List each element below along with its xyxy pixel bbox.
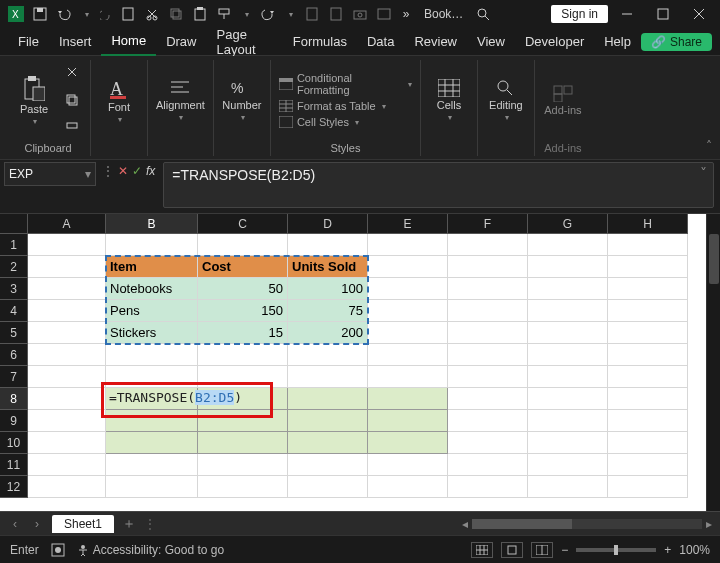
cell[interactable] (106, 366, 198, 388)
view-page-break-icon[interactable] (531, 542, 553, 558)
cell[interactable] (288, 454, 368, 476)
collapse-ribbon-icon[interactable]: ˄ (706, 139, 712, 153)
copy-icon[interactable] (164, 2, 188, 26)
add-sheet-button[interactable]: ＋ (122, 515, 136, 533)
cell[interactable] (608, 410, 688, 432)
hscroll-right-icon[interactable]: ▸ (706, 517, 712, 531)
cell[interactable] (368, 344, 448, 366)
zoom-handle[interactable] (614, 545, 618, 555)
tab-developer[interactable]: Developer (515, 28, 594, 56)
cell[interactable] (28, 278, 106, 300)
cell[interactable] (528, 278, 608, 300)
zoom-slider[interactable] (576, 548, 656, 552)
sign-in-button[interactable]: Sign in (551, 5, 608, 23)
conditional-formatting-button[interactable]: Conditional Formatting▾ (279, 72, 412, 96)
cell[interactable] (608, 234, 688, 256)
tab-page-layout[interactable]: Page Layout (207, 28, 283, 56)
cell[interactable] (448, 410, 528, 432)
cell[interactable] (528, 256, 608, 278)
redo-alt-icon[interactable] (256, 2, 280, 26)
cell[interactable] (608, 432, 688, 454)
qat-doc2-icon[interactable] (324, 2, 348, 26)
copy-ribbon-icon[interactable] (62, 88, 82, 112)
cell[interactable] (608, 278, 688, 300)
cell[interactable] (198, 454, 288, 476)
cell[interactable] (448, 476, 528, 498)
undo-dropdown-icon[interactable]: ▾ (76, 2, 96, 26)
cell[interactable] (608, 388, 688, 410)
cell[interactable] (28, 256, 106, 278)
cell[interactable] (288, 432, 368, 454)
cell[interactable] (368, 278, 448, 300)
tab-view[interactable]: View (467, 28, 515, 56)
tab-formulas[interactable]: Formulas (283, 28, 357, 56)
spreadsheet-grid[interactable]: ABCDEFGH 123456789101112 ItemCostUnits S… (0, 214, 720, 512)
hscroll-left-icon[interactable]: ◂ (462, 517, 468, 531)
cell[interactable] (368, 454, 448, 476)
cell[interactable] (106, 410, 198, 432)
horizontal-scrollbar[interactable]: ◂ ▸ (164, 517, 712, 531)
row-header-11[interactable]: 11 (0, 454, 28, 476)
cell[interactable] (528, 300, 608, 322)
name-box-dropdown-icon[interactable]: ▾ (85, 167, 91, 181)
sheet-nav-prev-icon[interactable]: ‹ (8, 517, 22, 531)
cell[interactable]: 75 (288, 300, 368, 322)
column-headers[interactable]: ABCDEFGH (28, 214, 688, 234)
tab-data[interactable]: Data (357, 28, 404, 56)
macro-record-icon[interactable] (51, 543, 65, 557)
column-header-H[interactable]: H (608, 214, 688, 234)
cell[interactable] (448, 322, 528, 344)
column-header-G[interactable]: G (528, 214, 608, 234)
enter-formula-icon[interactable]: ✓ (132, 164, 142, 178)
share-button[interactable]: 🔗Share (641, 33, 712, 51)
cell[interactable] (198, 410, 288, 432)
cell[interactable] (608, 454, 688, 476)
paste-quick-icon[interactable] (188, 2, 212, 26)
dropdown-dots-icon[interactable]: ⋮ (102, 164, 114, 178)
undo-icon[interactable] (52, 2, 76, 26)
format-painter-ribbon-icon[interactable] (62, 116, 82, 140)
close-button[interactable] (682, 0, 716, 28)
cell[interactable] (28, 388, 106, 410)
cell[interactable] (28, 300, 106, 322)
cell[interactable] (288, 344, 368, 366)
row-header-8[interactable]: 8 (0, 388, 28, 410)
fx-icon[interactable]: fx (146, 164, 155, 178)
cell[interactable] (368, 410, 448, 432)
tab-home[interactable]: Home (101, 28, 156, 56)
cell[interactable]: 50 (198, 278, 288, 300)
vertical-scrollbar[interactable] (706, 214, 720, 511)
cell[interactable] (28, 366, 106, 388)
cell[interactable] (368, 388, 448, 410)
cell[interactable] (198, 234, 288, 256)
column-header-B[interactable]: B (106, 214, 198, 234)
cell[interactable] (368, 256, 448, 278)
format-painter-icon[interactable] (212, 2, 236, 26)
cell[interactable] (106, 344, 198, 366)
cell[interactable] (528, 454, 608, 476)
row-header-4[interactable]: 4 (0, 300, 28, 322)
cell[interactable] (528, 322, 608, 344)
format-painter-dropdown-icon[interactable]: ▾ (236, 2, 256, 26)
cell[interactable] (528, 476, 608, 498)
cell[interactable] (28, 234, 106, 256)
cell[interactable] (368, 300, 448, 322)
qat-doc1-icon[interactable] (300, 2, 324, 26)
cell[interactable] (28, 344, 106, 366)
row-header-10[interactable]: 10 (0, 432, 28, 454)
view-page-layout-icon[interactable] (501, 542, 523, 558)
row-header-7[interactable]: 7 (0, 366, 28, 388)
qat-overflow-icon[interactable]: » (396, 2, 416, 26)
cell[interactable]: 150 (198, 300, 288, 322)
cells-area[interactable]: ItemCostUnits SoldNotebooks50100Pens1507… (28, 234, 688, 498)
cell[interactable] (28, 410, 106, 432)
cell[interactable]: 100 (288, 278, 368, 300)
cell[interactable]: Item (106, 256, 198, 278)
cell[interactable] (28, 454, 106, 476)
cell[interactable] (106, 234, 198, 256)
formula-input[interactable]: =TRANSPOSE(B2:D5) ˅ (163, 162, 714, 208)
cell[interactable]: Units Sold (288, 256, 368, 278)
cell[interactable] (28, 476, 106, 498)
cell[interactable]: Cost (198, 256, 288, 278)
save-icon[interactable] (28, 2, 52, 26)
